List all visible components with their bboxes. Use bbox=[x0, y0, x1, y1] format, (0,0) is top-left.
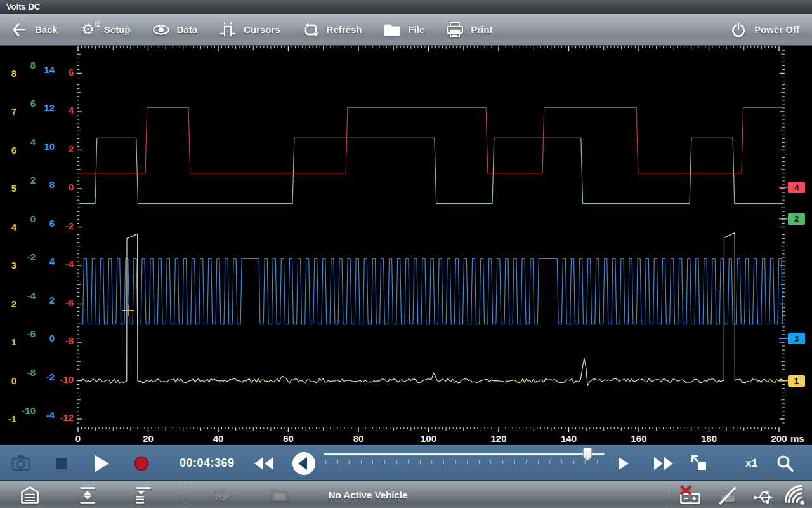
stop-button[interactable] bbox=[56, 458, 67, 472]
scope-app: Volts DC Back ⚙ ⚙ Setup Data bbox=[0, 0, 812, 508]
setup-button[interactable]: ⚙ ⚙ Setup bbox=[79, 21, 131, 39]
zoom-level-label[interactable]: x1 bbox=[745, 457, 757, 470]
channel-3-badge[interactable]: 3 bbox=[788, 333, 805, 344]
cursors-waveform-icon bbox=[219, 21, 237, 39]
x-tick-label: 80 bbox=[344, 433, 373, 444]
refresh-button[interactable]: Refresh bbox=[302, 21, 362, 39]
scroll-collapse-icon[interactable] bbox=[133, 485, 154, 505]
ch4-scale-label: -10 bbox=[47, 374, 74, 385]
channel-1-badge[interactable]: 1 bbox=[788, 375, 805, 387]
main-toolbar: Back ⚙ ⚙ Setup Data bbox=[0, 14, 812, 46]
ch1-trace bbox=[79, 233, 782, 386]
channel-2-badge[interactable]: 2 bbox=[788, 213, 805, 225]
status-bar: No Active Vehicle bbox=[0, 481, 812, 508]
step-forward-button[interactable] bbox=[619, 457, 629, 472]
playback-control-bar: 00:04:369 x1 bbox=[0, 444, 812, 481]
x-tick-label: 0 bbox=[63, 433, 93, 444]
battery-disconnected-icon[interactable] bbox=[679, 485, 702, 505]
ch2-trace bbox=[79, 138, 783, 203]
folder-icon bbox=[383, 21, 401, 39]
x-tick-label: 120 bbox=[484, 433, 513, 444]
x-tick-label: 180 bbox=[695, 433, 724, 444]
oscilloscope-display[interactable]: ms 876543210-186420-2-4-6-8-101412108642… bbox=[0, 46, 812, 444]
cursors-button[interactable]: Cursors bbox=[219, 21, 280, 39]
ch3-trace bbox=[79, 259, 783, 324]
zoom-fit-icon[interactable] bbox=[691, 455, 707, 474]
power-off-button[interactable]: Power Off bbox=[730, 21, 799, 39]
status-divider-left bbox=[185, 486, 185, 504]
rewind-button[interactable] bbox=[254, 457, 275, 472]
back-label: Back bbox=[35, 24, 58, 35]
playback-slider-thumb[interactable] bbox=[583, 448, 592, 461]
x-tick-label: 40 bbox=[204, 433, 233, 444]
x-tick-label: 140 bbox=[554, 433, 584, 444]
scroll-expand-icon[interactable] bbox=[77, 485, 98, 505]
snapshot-camera-icon[interactable] bbox=[11, 454, 30, 474]
record-button[interactable] bbox=[134, 456, 149, 474]
data-forward-icon[interactable] bbox=[213, 485, 233, 505]
page-title: Volts DC bbox=[6, 2, 40, 11]
x-tick-label: 60 bbox=[274, 433, 303, 444]
playback-slider-track[interactable] bbox=[324, 453, 605, 455]
data-button[interactable]: Data bbox=[152, 21, 198, 39]
saved-data-folder-icon[interactable] bbox=[270, 485, 290, 505]
x-tick-label: 100 bbox=[414, 433, 443, 444]
ch4-scale-label: 0 bbox=[47, 182, 74, 193]
eye-icon bbox=[152, 21, 170, 39]
file-label: File bbox=[408, 24, 424, 35]
x-tick-label: 200 bbox=[764, 433, 794, 444]
ch4-scale-label: -6 bbox=[47, 297, 74, 309]
fast-forward-button[interactable] bbox=[654, 457, 674, 472]
refresh-loop-icon bbox=[302, 21, 320, 39]
back-button[interactable]: Back bbox=[10, 21, 58, 39]
x-tick-label: 20 bbox=[134, 433, 163, 444]
gears-icon: ⚙ ⚙ bbox=[79, 21, 97, 39]
step-back-button[interactable] bbox=[292, 451, 316, 478]
data-label: Data bbox=[177, 24, 198, 35]
cursors-label: Cursors bbox=[244, 24, 280, 35]
zoom-magnifier-icon[interactable] bbox=[776, 455, 794, 474]
x-tick-label: 160 bbox=[624, 433, 653, 444]
back-arrow-icon bbox=[10, 21, 28, 39]
ch4-scale-label: -8 bbox=[47, 335, 74, 347]
no-communication-icon[interactable] bbox=[717, 485, 738, 505]
waveform-plot bbox=[0, 46, 812, 444]
refresh-label: Refresh bbox=[327, 24, 362, 35]
usb-connection-icon[interactable] bbox=[752, 485, 773, 505]
file-button[interactable]: File bbox=[383, 21, 424, 39]
playback-time: 00:04:369 bbox=[180, 457, 235, 470]
play-button[interactable] bbox=[95, 455, 109, 474]
print-label: Print bbox=[471, 24, 492, 35]
ch4-trace bbox=[79, 108, 783, 173]
power-off-label: Power Off bbox=[754, 24, 799, 35]
ch4-scale-label: 2 bbox=[47, 144, 74, 155]
channel-4-badge[interactable]: 4 bbox=[788, 182, 805, 193]
printer-icon bbox=[446, 21, 464, 39]
print-button[interactable]: Print bbox=[446, 21, 492, 39]
ch4-scale-label: -2 bbox=[47, 220, 74, 232]
ch4-scale-label: -4 bbox=[47, 258, 74, 270]
status-divider-right bbox=[665, 486, 665, 504]
home-icon[interactable] bbox=[20, 485, 40, 505]
power-icon bbox=[730, 21, 747, 39]
wifi-signal-icon[interactable] bbox=[785, 485, 805, 505]
active-vehicle-status: No Active Vehicle bbox=[298, 490, 438, 500]
ch4-scale-label: 4 bbox=[47, 105, 74, 116]
ch4-scale-label: -12 bbox=[47, 412, 74, 424]
setup-label: Setup bbox=[104, 24, 131, 35]
window-title-bar: Volts DC bbox=[0, 0, 812, 14]
ch4-scale-label: 6 bbox=[47, 67, 74, 78]
